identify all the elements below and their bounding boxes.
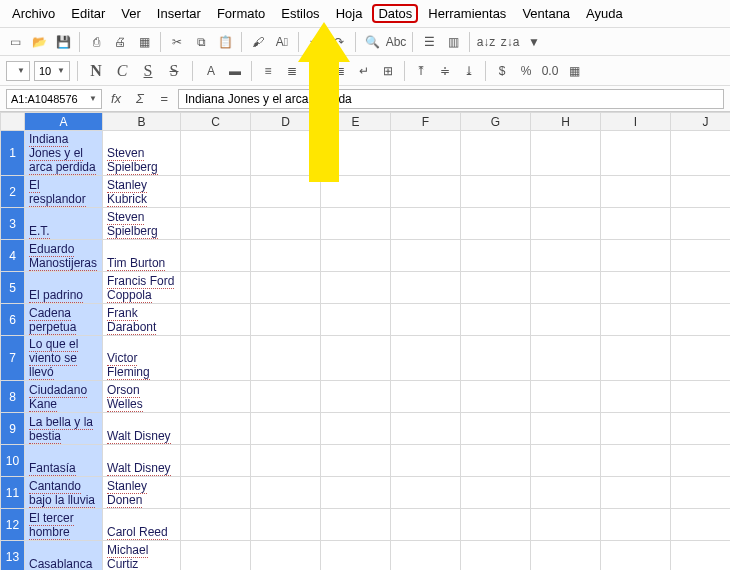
- cell[interactable]: [671, 477, 731, 509]
- cell[interactable]: [531, 176, 601, 208]
- cell[interactable]: [321, 541, 391, 571]
- sum-icon[interactable]: Σ: [130, 89, 150, 109]
- cell[interactable]: [321, 176, 391, 208]
- open-icon[interactable]: 📂: [28, 31, 50, 53]
- menu-herramientas[interactable]: Herramientas: [422, 4, 512, 23]
- cell[interactable]: [601, 477, 671, 509]
- currency-icon[interactable]: $: [491, 60, 513, 82]
- valign-middle-icon[interactable]: ≑: [434, 60, 456, 82]
- clear-fmt-icon[interactable]: A⃠: [271, 31, 293, 53]
- font-color-icon[interactable]: A: [200, 60, 222, 82]
- cell[interactable]: [321, 336, 391, 381]
- cell[interactable]: [391, 381, 461, 413]
- cell[interactable]: [181, 208, 251, 240]
- print-icon[interactable]: 🖨: [109, 31, 131, 53]
- column-header-F[interactable]: F: [391, 113, 461, 131]
- cell[interactable]: [531, 381, 601, 413]
- column-header-B[interactable]: B: [103, 113, 181, 131]
- cell[interactable]: [251, 176, 321, 208]
- align-justify-icon[interactable]: ≣: [329, 60, 351, 82]
- cell[interactable]: [601, 413, 671, 445]
- cell[interactable]: [531, 208, 601, 240]
- print-preview-icon[interactable]: ▦: [133, 31, 155, 53]
- number-icon[interactable]: 0.0: [539, 60, 561, 82]
- cell[interactable]: [461, 272, 531, 304]
- cell[interactable]: [251, 413, 321, 445]
- cell[interactable]: El resplandor: [25, 176, 103, 208]
- cell[interactable]: [601, 336, 671, 381]
- cell[interactable]: [531, 445, 601, 477]
- cell[interactable]: [531, 413, 601, 445]
- cell[interactable]: Casablanca: [25, 541, 103, 571]
- clone-fmt-icon[interactable]: 🖌: [247, 31, 269, 53]
- menu-editar[interactable]: Editar: [65, 4, 111, 23]
- cell[interactable]: [391, 413, 461, 445]
- cell[interactable]: [251, 304, 321, 336]
- cell[interactable]: [391, 509, 461, 541]
- cell[interactable]: [601, 176, 671, 208]
- row-header[interactable]: 1: [1, 131, 25, 176]
- cell[interactable]: [531, 240, 601, 272]
- cell[interactable]: [461, 240, 531, 272]
- cell[interactable]: [181, 304, 251, 336]
- cell[interactable]: [251, 272, 321, 304]
- name-box[interactable]: A1:A1048576 ▼: [6, 89, 102, 109]
- cell[interactable]: E.T.: [25, 208, 103, 240]
- wrap-text-icon[interactable]: ↵: [353, 60, 375, 82]
- find-icon[interactable]: 🔍: [361, 31, 383, 53]
- cell[interactable]: [321, 381, 391, 413]
- cell[interactable]: [181, 413, 251, 445]
- row-header[interactable]: 5: [1, 272, 25, 304]
- cell[interactable]: [391, 176, 461, 208]
- align-left-icon[interactable]: ≡: [257, 60, 279, 82]
- cell[interactable]: Stanley Kubrick: [103, 176, 181, 208]
- cell[interactable]: [181, 381, 251, 413]
- cell[interactable]: [321, 445, 391, 477]
- cell[interactable]: Steven Spielberg: [103, 131, 181, 176]
- menu-insertar[interactable]: Insertar: [151, 4, 207, 23]
- column-header-I[interactable]: I: [601, 113, 671, 131]
- cell[interactable]: [601, 208, 671, 240]
- select-all-corner[interactable]: [1, 113, 25, 131]
- cell[interactable]: [391, 131, 461, 176]
- cell[interactable]: [671, 336, 731, 381]
- cell[interactable]: [601, 381, 671, 413]
- cell[interactable]: [531, 336, 601, 381]
- cell[interactable]: [251, 477, 321, 509]
- cell[interactable]: [251, 208, 321, 240]
- cell[interactable]: [391, 272, 461, 304]
- cell[interactable]: [601, 445, 671, 477]
- cell[interactable]: [461, 304, 531, 336]
- cell[interactable]: [531, 477, 601, 509]
- row-header[interactable]: 3: [1, 208, 25, 240]
- cell[interactable]: [671, 176, 731, 208]
- spellcheck-icon[interactable]: Abc: [385, 31, 407, 53]
- cell[interactable]: [391, 541, 461, 571]
- cell[interactable]: Ciudadano Kane: [25, 381, 103, 413]
- row-header[interactable]: 8: [1, 381, 25, 413]
- highlight-color-icon[interactable]: ▬: [224, 60, 246, 82]
- menu-formato[interactable]: Formato: [211, 4, 271, 23]
- cell[interactable]: [391, 336, 461, 381]
- cell[interactable]: La bella y la bestia: [25, 413, 103, 445]
- cell[interactable]: [671, 541, 731, 571]
- column-header-H[interactable]: H: [531, 113, 601, 131]
- cell[interactable]: [601, 240, 671, 272]
- menu-ver[interactable]: Ver: [115, 4, 147, 23]
- underline-button[interactable]: S: [137, 60, 159, 82]
- menu-archivo[interactable]: Archivo: [6, 4, 61, 23]
- row-header[interactable]: 13: [1, 541, 25, 571]
- cell[interactable]: [181, 131, 251, 176]
- new-icon[interactable]: ▭: [4, 31, 26, 53]
- cell[interactable]: Lo que el viento se llevó: [25, 336, 103, 381]
- cell[interactable]: [601, 509, 671, 541]
- formula-input[interactable]: Indiana Jones y el arca perdida: [178, 89, 724, 109]
- cell[interactable]: Michael Curtiz: [103, 541, 181, 571]
- font-size-combo[interactable]: 10▼: [34, 61, 70, 81]
- cell[interactable]: [181, 509, 251, 541]
- row-header[interactable]: 2: [1, 176, 25, 208]
- cell[interactable]: Victor Fleming: [103, 336, 181, 381]
- valign-top-icon[interactable]: ⤒: [410, 60, 432, 82]
- cell[interactable]: [671, 208, 731, 240]
- cell[interactable]: [181, 541, 251, 571]
